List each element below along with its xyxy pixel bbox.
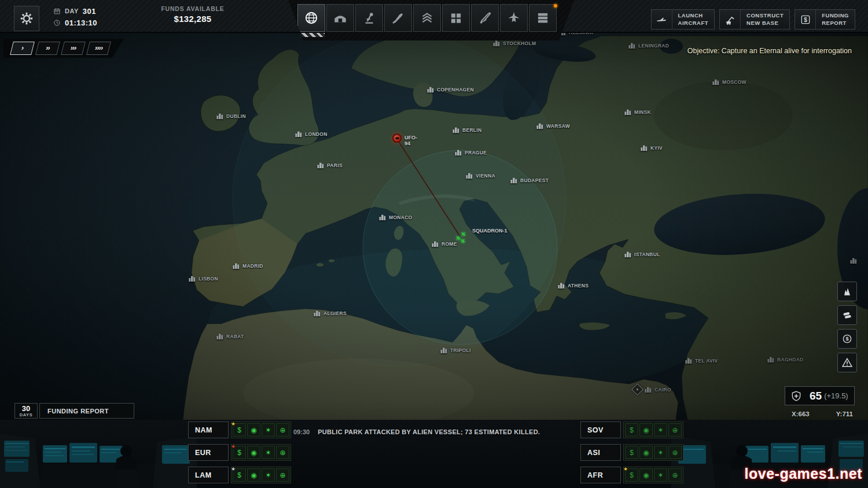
day-label: DAY	[65, 8, 79, 14]
region-nam-funding-icon: $★	[233, 423, 246, 437]
nav-research-button[interactable]	[355, 4, 383, 32]
nav-storage-button[interactable]	[442, 4, 470, 32]
region-badge-star: ★	[231, 443, 236, 449]
region-panel-right: SOV$◉✶⊕ASI$◉✶⊕AFR$★◉✶⊕	[580, 422, 683, 488]
site-watermark: love-games1.net	[745, 465, 862, 482]
region-row-afr[interactable]: AFR$★◉✶⊕	[580, 467, 683, 483]
soldiers-icon	[420, 10, 435, 25]
armory-icon	[477, 10, 492, 25]
region-code: NAM	[188, 422, 229, 438]
news-ticker: 09:30 PUBLIC PARK ATTACKED BY ALIEN VESS…	[293, 426, 540, 438]
funds-value: $132,285	[144, 14, 242, 24]
time-speed-controls: ››››››››››	[3, 39, 124, 58]
warnings-icon	[841, 357, 853, 368]
score-delta: (+19.5)	[824, 391, 848, 400]
operator-scene-left	[0, 420, 197, 488]
region-lam-intel-icon: ◉	[247, 468, 260, 482]
materials-icon	[841, 309, 853, 321]
nav-aircraft-button[interactable]	[500, 4, 528, 32]
topbar-actions: LAUNCHAIRCRAFTCONSTRUCTNEW BASEFUNDINGRE…	[651, 9, 855, 29]
region-eur-funding-icon: $★	[233, 446, 246, 459]
score-badge-icon	[790, 390, 802, 402]
speed-3-button[interactable]: ›››	[61, 42, 86, 55]
engineering-icon	[391, 10, 406, 25]
construct-new-base-label: CONSTRUCTNEW BASE	[741, 10, 789, 29]
warnings-button[interactable]	[837, 353, 857, 372]
region-nam-intel-icon: ◉	[247, 423, 260, 437]
funding-report-label: FUNDINGREPORT	[816, 10, 855, 29]
region-lam-relations-icon: ⊕	[276, 468, 289, 482]
region-asi-intel-icon: ◉	[639, 446, 653, 459]
region-row-sov[interactable]: SOV$◉✶⊕	[580, 422, 683, 438]
region-asi-relations-icon: ⊕	[668, 446, 682, 459]
region-sov-relations-icon: ⊕	[668, 423, 682, 437]
region-status-cells: $★◉✶⊕	[623, 467, 683, 483]
region-asi-panic-icon: ✶	[654, 446, 667, 459]
region-code: LAM	[188, 467, 229, 483]
region-lam-funding-icon: $★	[233, 468, 246, 482]
nav-geoscape-button[interactable]	[297, 4, 325, 32]
nav-soldiers-button[interactable]	[413, 4, 441, 32]
days-label: DAYS	[20, 413, 33, 417]
construct-new-base-button[interactable]: CONSTRUCTNEW BASE	[719, 9, 790, 29]
finance-button[interactable]	[837, 329, 857, 349]
region-sov-intel-icon: ◉	[639, 423, 653, 437]
coord-y: Y:711	[836, 411, 853, 417]
ufo-marker[interactable]: UFO-94	[392, 133, 402, 143]
speed-2-button[interactable]: ››	[35, 42, 60, 55]
settings-button[interactable]	[14, 6, 39, 31]
funding-report-label: FUNDING REPORT	[47, 408, 109, 415]
artifacts-button[interactable]	[837, 282, 857, 301]
launch-aircraft-label: LAUNCHAIRCRAFT	[672, 10, 715, 29]
funds-display: FUNDS AVAILABLE $132,285	[144, 5, 242, 24]
region-lam-panic-icon: ✶	[262, 468, 275, 482]
materials-button[interactable]	[837, 305, 857, 325]
aircraft-icon	[506, 10, 521, 25]
region-code: EUR	[188, 444, 229, 461]
geoscape-screen: STOCKHOLMHELSINKILENINGRADMOSCOWMINSKKYI…	[0, 0, 868, 488]
region-eur-panic-icon: ✶	[262, 446, 275, 459]
clock-icon	[53, 19, 61, 27]
region-badge-star: ★	[623, 466, 628, 472]
gear-icon	[19, 11, 34, 26]
speed-1-button[interactable]: ›	[10, 42, 35, 55]
funding-report-button[interactable]: FUNDINGREPORT	[795, 9, 855, 29]
region-code: ASI	[580, 444, 621, 461]
nav-armory-button[interactable]	[471, 4, 499, 32]
region-nam-panic-icon: ✶	[262, 423, 275, 437]
objective-text: Objective: Capture an Eternal alive for …	[687, 47, 852, 55]
region-afr-funding-icon: $★	[625, 468, 638, 482]
region-status-cells: $◉✶⊕	[623, 422, 683, 438]
funding-report-bar[interactable]: FUNDING REPORT	[39, 403, 134, 419]
speed-4-button[interactable]: ››››	[86, 42, 111, 55]
region-sov-panic-icon: ✶	[654, 423, 667, 437]
base-icon	[333, 10, 348, 25]
funds-label: FUNDS AVAILABLE	[144, 5, 242, 12]
side-toolbar	[837, 282, 857, 372]
nav-base-button[interactable]	[326, 4, 354, 32]
finance-icon	[841, 333, 853, 345]
ticker-time: 09:30	[293, 428, 310, 435]
days-value: 30	[22, 405, 30, 412]
artifacts-icon	[841, 286, 853, 297]
region-badge-star: ★	[231, 421, 236, 427]
region-afr-intel-icon: ◉	[639, 468, 653, 482]
region-row-eur[interactable]: EUR$★◉✶⊕	[188, 444, 291, 461]
region-status-cells: $★◉✶⊕	[231, 444, 291, 461]
region-asi-funding-icon: $	[625, 446, 638, 459]
storage-icon	[448, 10, 464, 25]
crane-icon	[720, 10, 741, 29]
region-nam-relations-icon: ⊕	[276, 423, 289, 437]
squadron-marker[interactable]: SQUADRON-1	[454, 230, 471, 249]
ticker-text: PUBLIC PARK ATTACKED BY ALIEN VESSEL; 73…	[318, 428, 540, 435]
region-status-cells: $★◉✶⊕	[231, 422, 291, 438]
region-status-cells: $★◉✶⊕	[231, 467, 291, 483]
nav-engineering-button[interactable]	[384, 4, 412, 32]
region-row-lam[interactable]: LAM$★◉✶⊕	[188, 467, 291, 483]
launch-aircraft-button[interactable]: LAUNCHAIRCRAFT	[651, 9, 715, 29]
nav-personnel-button[interactable]	[529, 4, 557, 32]
region-row-nam[interactable]: NAM$★◉✶⊕	[188, 422, 291, 438]
squadron-label: SQUADRON-1	[472, 228, 507, 234]
region-row-asi[interactable]: ASI$◉✶⊕	[580, 444, 683, 461]
score-panel[interactable]: 65 (+19.5)	[785, 386, 855, 405]
